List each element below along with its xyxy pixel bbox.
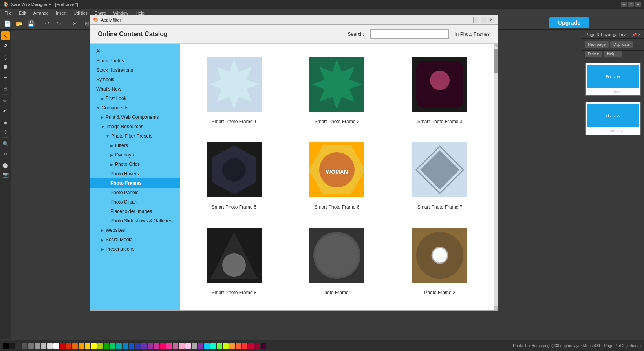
toolbar-redo[interactable]: ↪ — [54, 18, 64, 29]
color-swatch-20[interactable] — [129, 343, 134, 349]
duplicate-btn[interactable]: Duplicate — [610, 41, 633, 48]
tool-node[interactable]: ⬡ — [1, 53, 10, 62]
nav-item-photo-clipart[interactable]: Photo Clipart — [90, 197, 180, 207]
color-swatch-22[interactable] — [141, 343, 147, 349]
color-swatch-18[interactable] — [116, 343, 122, 349]
tool-fill[interactable]: ◈ — [1, 118, 10, 126]
tool-select[interactable]: ↖ — [1, 31, 10, 40]
color-swatch-28[interactable] — [179, 343, 185, 349]
content-scrollbar[interactable]: ▲ ▼ — [494, 44, 498, 310]
nav-item-photo-filter-presets[interactable]: ▼Photo Filter Presets — [90, 131, 180, 141]
color-swatch-11[interactable] — [72, 343, 78, 349]
grid-item-spf1[interactable]: Smart Photo Frame 1 — [187, 50, 282, 127]
color-swatch-2[interactable] — [16, 343, 21, 349]
nav-item-placeholder-images[interactable]: Placeholder Images — [90, 207, 180, 216]
nav-item-stock-illustrations[interactable]: Stock Illustrations — [90, 65, 180, 75]
close-btn[interactable]: ✕ — [635, 2, 641, 7]
color-swatch-24[interactable] — [154, 343, 159, 349]
color-swatch-40[interactable] — [254, 343, 260, 349]
toolbar-new[interactable]: 📄 — [2, 18, 13, 29]
nav-item-photo-grids[interactable]: ▶Photo Grids — [90, 160, 180, 169]
nav-item-image-resources[interactable]: ▼Image Resources — [90, 122, 180, 131]
scroll-up-arrow[interactable]: ▲ — [494, 44, 498, 47]
color-swatch-29[interactable] — [185, 343, 191, 349]
color-swatch-38[interactable] — [242, 343, 247, 349]
color-swatch-14[interactable] — [91, 343, 97, 349]
tool-camera[interactable]: 📷 — [1, 170, 10, 179]
tool-transparency[interactable]: ◇ — [1, 127, 10, 136]
color-swatch-39[interactable] — [248, 343, 254, 349]
color-swatch-9[interactable] — [60, 343, 65, 349]
panel-close-icon[interactable]: ✕ — [638, 33, 641, 37]
grid-item-spf5[interactable]: Smart Photo Frame 5 — [187, 135, 282, 213]
search-input[interactable] — [370, 29, 449, 39]
grid-item-spf2[interactable]: Smart Photo Frame 2 — [289, 50, 384, 127]
tool-extras[interactable]: ⬤ — [1, 161, 10, 169]
color-swatch-30[interactable] — [192, 343, 197, 349]
dialog-close[interactable]: ✕ — [488, 17, 494, 23]
panel-pin-icon[interactable]: 📌 — [632, 33, 637, 37]
tool-brush[interactable]: 🖌 — [1, 105, 10, 114]
maximize-btn[interactable]: □ — [628, 2, 634, 7]
color-swatch-1[interactable] — [9, 343, 15, 349]
nav-item-presentations[interactable]: ▶Presentations — [90, 244, 180, 254]
color-swatch-41[interactable] — [261, 343, 266, 349]
nav-item-photo-frames[interactable]: Photo Frames — [90, 178, 180, 188]
toolbar-cut[interactable]: ✂ — [70, 18, 80, 29]
tool-contour[interactable]: ⬢ — [1, 62, 10, 71]
color-swatch-10[interactable] — [66, 343, 71, 349]
page-thumb-2[interactable]: Filehorse 2. index-a — [585, 102, 641, 135]
color-swatch-4[interactable] — [28, 343, 34, 349]
color-swatch-21[interactable] — [135, 343, 141, 349]
menu-arrange[interactable]: Arrange — [30, 10, 52, 16]
nav-item-social-media[interactable]: ▶Social Media — [90, 235, 180, 244]
color-swatch-36[interactable] — [229, 343, 235, 349]
color-swatch-16[interactable] — [104, 343, 109, 349]
grid-item-pf1[interactable]: Photo Frame 1 — [289, 221, 384, 298]
tool-pen[interactable]: ✏ — [1, 96, 10, 105]
color-swatch-8[interactable] — [53, 343, 59, 349]
nav-item-print-web[interactable]: ▶Print & Web Components — [90, 113, 180, 122]
tool-search[interactable]: ⌕ — [1, 149, 10, 157]
delete-btn[interactable]: Delete — [585, 51, 602, 57]
color-swatch-17[interactable] — [110, 343, 115, 349]
nav-item-filters[interactable]: ▶Filters — [90, 141, 180, 150]
nav-item-overlays[interactable]: ▶Overlays — [90, 150, 180, 160]
grid-item-spf3[interactable]: Smart Photo Frame 3 — [392, 50, 487, 127]
color-swatch-7[interactable] — [47, 343, 53, 349]
minimize-btn[interactable]: ─ — [621, 2, 627, 7]
new-page-btn[interactable]: New page — [585, 41, 609, 48]
scroll-down-arrow[interactable]: ▼ — [494, 306, 498, 310]
color-swatch-12[interactable] — [79, 343, 84, 349]
tool-text[interactable]: T — [1, 75, 10, 83]
color-swatch-31[interactable] — [198, 343, 203, 349]
color-swatch-19[interactable] — [123, 343, 128, 349]
grid-item-spf8[interactable]: Smart Photo Frame 8 — [187, 221, 282, 298]
tool-zoom[interactable]: 🔍 — [1, 139, 10, 148]
scroll-thumb[interactable] — [494, 49, 498, 73]
nav-item-symbols[interactable]: Symbols — [90, 75, 180, 84]
color-swatch-26[interactable] — [166, 343, 172, 349]
nav-item-websites[interactable]: ▶Websites — [90, 226, 180, 235]
color-swatch-15[interactable] — [97, 343, 103, 349]
nav-item-first-look[interactable]: ▶First Look — [90, 94, 180, 103]
nav-item-photo-hovers[interactable]: Photo Hovers — [90, 169, 180, 178]
grid-item-pf4[interactable]: Photo Frame 4 — [289, 306, 384, 310]
menu-utilities[interactable]: Utilities — [70, 10, 90, 16]
nav-item-photo-panels[interactable]: Photo Panels — [90, 188, 180, 197]
color-swatch-13[interactable] — [85, 343, 90, 349]
nav-item-all[interactable]: All — [90, 47, 180, 56]
grid-item-spf7[interactable]: Smart Photo Frame 7 — [392, 135, 487, 213]
color-swatch-33[interactable] — [210, 343, 216, 349]
menu-insert[interactable]: Insert — [53, 10, 70, 16]
nav-item-components[interactable]: ▼Components — [90, 103, 180, 113]
tool-rotate[interactable]: ↺ — [1, 41, 10, 49]
color-swatch-27[interactable] — [173, 343, 178, 349]
toolbar-undo[interactable]: ↩ — [42, 18, 52, 29]
page-thumb-1[interactable]: Filehorse 1. Index — [585, 63, 641, 96]
color-swatch-23[interactable] — [148, 343, 153, 349]
color-swatch-5[interactable] — [35, 343, 40, 349]
nav-item-stock-photos[interactable]: Stock Photos — [90, 56, 180, 65]
grid-item-spf6[interactable]: WOMAN Smart Photo Frame 6 — [289, 135, 384, 213]
tool-table[interactable]: ⊞ — [1, 84, 10, 93]
